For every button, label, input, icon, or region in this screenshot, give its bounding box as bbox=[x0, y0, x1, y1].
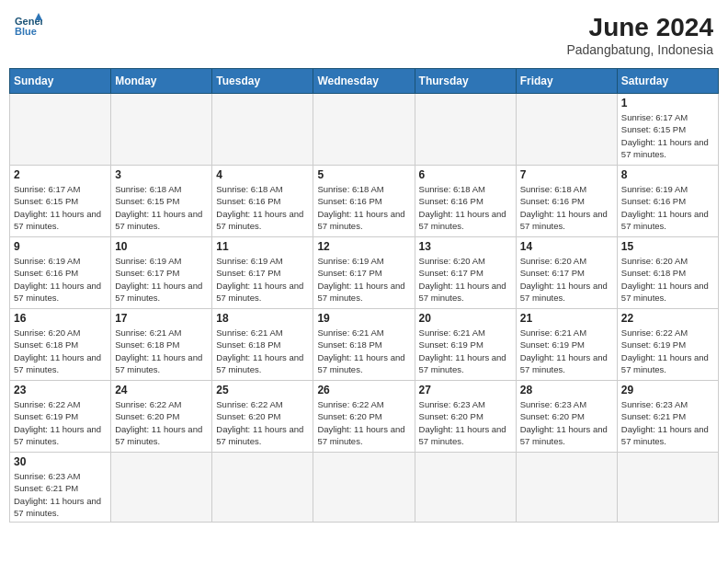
day-number: 9 bbox=[14, 240, 107, 253]
day-of-week-wednesday: Wednesday bbox=[313, 69, 415, 94]
day-info: Sunrise: 6:22 AMSunset: 6:19 PMDaylight:… bbox=[14, 398, 107, 447]
calendar-cell bbox=[111, 453, 212, 523]
day-info: Sunrise: 6:18 AMSunset: 6:16 PMDaylight:… bbox=[317, 183, 410, 232]
general-blue-logo-icon: General Blue bbox=[15, 13, 42, 39]
day-info: Sunrise: 6:21 AMSunset: 6:18 PMDaylight:… bbox=[216, 327, 309, 375]
day-info: Sunrise: 6:18 AMSunset: 6:16 PMDaylight:… bbox=[216, 183, 309, 232]
day-number: 16 bbox=[14, 312, 107, 325]
svg-text:Blue: Blue bbox=[15, 26, 37, 37]
calendar-cell: 21Sunrise: 6:21 AMSunset: 6:19 PMDayligh… bbox=[516, 309, 617, 381]
calendar-cell bbox=[111, 94, 212, 166]
calendar-week-row: 16Sunrise: 6:20 AMSunset: 6:18 PMDayligh… bbox=[10, 309, 719, 381]
calendar-cell: 16Sunrise: 6:20 AMSunset: 6:18 PMDayligh… bbox=[10, 309, 111, 381]
day-info: Sunrise: 6:18 AMSunset: 6:15 PMDaylight:… bbox=[115, 183, 208, 232]
day-info: Sunrise: 6:21 AMSunset: 6:18 PMDaylight:… bbox=[317, 327, 410, 375]
day-number: 8 bbox=[621, 168, 714, 181]
calendar-cell bbox=[415, 94, 516, 166]
calendar-week-row: 9Sunrise: 6:19 AMSunset: 6:16 PMDaylight… bbox=[10, 237, 719, 309]
day-number: 11 bbox=[216, 240, 309, 253]
calendar-cell: 9Sunrise: 6:19 AMSunset: 6:16 PMDaylight… bbox=[10, 237, 111, 309]
day-of-week-thursday: Thursday bbox=[415, 69, 516, 94]
calendar-cell bbox=[516, 94, 617, 166]
calendar-cell: 26Sunrise: 6:22 AMSunset: 6:20 PMDayligh… bbox=[313, 381, 415, 453]
day-number: 21 bbox=[520, 312, 613, 325]
calendar-cell: 18Sunrise: 6:21 AMSunset: 6:18 PMDayligh… bbox=[212, 309, 313, 381]
calendar-week-row: 30Sunrise: 6:23 AMSunset: 6:21 PMDayligh… bbox=[10, 453, 719, 523]
day-number: 12 bbox=[317, 240, 410, 253]
day-number: 27 bbox=[419, 384, 512, 396]
day-number: 14 bbox=[520, 240, 613, 253]
title-area: June 2024 Padangbatung, Indonesia bbox=[566, 13, 713, 57]
calendar-cell: 14Sunrise: 6:20 AMSunset: 6:17 PMDayligh… bbox=[516, 237, 617, 309]
day-info: Sunrise: 6:22 AMSunset: 6:20 PMDaylight:… bbox=[216, 398, 309, 447]
calendar-cell: 8Sunrise: 6:19 AMSunset: 6:16 PMDaylight… bbox=[617, 166, 718, 237]
day-number: 15 bbox=[621, 240, 714, 253]
day-of-week-friday: Friday bbox=[516, 69, 617, 94]
calendar-cell: 28Sunrise: 6:23 AMSunset: 6:20 PMDayligh… bbox=[516, 381, 617, 453]
day-info: Sunrise: 6:19 AMSunset: 6:16 PMDaylight:… bbox=[621, 183, 714, 232]
calendar-cell: 25Sunrise: 6:22 AMSunset: 6:20 PMDayligh… bbox=[212, 381, 313, 453]
calendar-cell bbox=[313, 94, 415, 166]
day-number: 4 bbox=[216, 168, 309, 181]
day-info: Sunrise: 6:21 AMSunset: 6:18 PMDaylight:… bbox=[115, 327, 208, 375]
calendar-cell bbox=[212, 453, 313, 523]
logo: General Blue bbox=[15, 13, 42, 39]
day-number: 28 bbox=[520, 384, 613, 396]
day-info: Sunrise: 6:19 AMSunset: 6:16 PMDaylight:… bbox=[14, 255, 107, 304]
day-number: 1 bbox=[621, 97, 714, 109]
calendar-cell: 11Sunrise: 6:19 AMSunset: 6:17 PMDayligh… bbox=[212, 237, 313, 309]
header: General Blue June 2024 Padangbatung, Ind… bbox=[9, 9, 719, 61]
calendar-cell bbox=[415, 453, 516, 523]
day-info: Sunrise: 6:22 AMSunset: 6:20 PMDaylight:… bbox=[317, 398, 410, 447]
calendar-cell bbox=[516, 453, 617, 523]
day-info: Sunrise: 6:18 AMSunset: 6:16 PMDaylight:… bbox=[419, 183, 512, 232]
day-number: 2 bbox=[14, 168, 107, 181]
calendar-cell: 6Sunrise: 6:18 AMSunset: 6:16 PMDaylight… bbox=[415, 166, 516, 237]
calendar-cell: 13Sunrise: 6:20 AMSunset: 6:17 PMDayligh… bbox=[415, 237, 516, 309]
day-number: 5 bbox=[317, 168, 410, 181]
calendar-cell: 19Sunrise: 6:21 AMSunset: 6:18 PMDayligh… bbox=[313, 309, 415, 381]
calendar-cell bbox=[617, 453, 718, 523]
day-number: 7 bbox=[520, 168, 613, 181]
calendar-cell bbox=[313, 453, 415, 523]
day-number: 13 bbox=[419, 240, 512, 253]
day-number: 29 bbox=[621, 384, 714, 396]
day-info: Sunrise: 6:20 AMSunset: 6:17 PMDaylight:… bbox=[419, 255, 512, 304]
day-info: Sunrise: 6:20 AMSunset: 6:18 PMDaylight:… bbox=[621, 255, 714, 304]
day-number: 22 bbox=[621, 312, 714, 325]
day-number: 30 bbox=[14, 455, 107, 468]
calendar-cell: 30Sunrise: 6:23 AMSunset: 6:21 PMDayligh… bbox=[10, 453, 111, 523]
day-number: 3 bbox=[115, 168, 208, 181]
day-info: Sunrise: 6:19 AMSunset: 6:17 PMDaylight:… bbox=[115, 255, 208, 304]
calendar-week-row: 2Sunrise: 6:17 AMSunset: 6:15 PMDaylight… bbox=[10, 166, 719, 237]
month-year-title: June 2024 bbox=[566, 13, 713, 42]
calendar-cell: 23Sunrise: 6:22 AMSunset: 6:19 PMDayligh… bbox=[10, 381, 111, 453]
day-info: Sunrise: 6:23 AMSunset: 6:21 PMDaylight:… bbox=[14, 470, 107, 519]
calendar-cell: 4Sunrise: 6:18 AMSunset: 6:16 PMDaylight… bbox=[212, 166, 313, 237]
calendar-cell: 27Sunrise: 6:23 AMSunset: 6:20 PMDayligh… bbox=[415, 381, 516, 453]
calendar-header-row: SundayMondayTuesdayWednesdayThursdayFrid… bbox=[10, 69, 719, 94]
day-info: Sunrise: 6:23 AMSunset: 6:21 PMDaylight:… bbox=[621, 398, 714, 447]
calendar-cell: 20Sunrise: 6:21 AMSunset: 6:19 PMDayligh… bbox=[415, 309, 516, 381]
day-info: Sunrise: 6:17 AMSunset: 6:15 PMDaylight:… bbox=[14, 183, 107, 232]
day-info: Sunrise: 6:22 AMSunset: 6:20 PMDaylight:… bbox=[115, 398, 208, 447]
day-of-week-tuesday: Tuesday bbox=[212, 69, 313, 94]
day-info: Sunrise: 6:21 AMSunset: 6:19 PMDaylight:… bbox=[419, 327, 512, 375]
calendar-cell: 2Sunrise: 6:17 AMSunset: 6:15 PMDaylight… bbox=[10, 166, 111, 237]
calendar-cell: 12Sunrise: 6:19 AMSunset: 6:17 PMDayligh… bbox=[313, 237, 415, 309]
day-info: Sunrise: 6:17 AMSunset: 6:15 PMDaylight:… bbox=[621, 111, 714, 160]
calendar-cell: 3Sunrise: 6:18 AMSunset: 6:15 PMDaylight… bbox=[111, 166, 212, 237]
calendar-table: SundayMondayTuesdayWednesdayThursdayFrid… bbox=[9, 68, 719, 523]
day-number: 17 bbox=[115, 312, 208, 325]
calendar-cell bbox=[10, 94, 111, 166]
day-number: 24 bbox=[115, 384, 208, 396]
day-number: 10 bbox=[115, 240, 208, 253]
location-subtitle: Padangbatung, Indonesia bbox=[566, 42, 713, 57]
day-info: Sunrise: 6:19 AMSunset: 6:17 PMDaylight:… bbox=[317, 255, 410, 304]
calendar-cell: 17Sunrise: 6:21 AMSunset: 6:18 PMDayligh… bbox=[111, 309, 212, 381]
day-of-week-sunday: Sunday bbox=[10, 69, 111, 94]
calendar-week-row: 23Sunrise: 6:22 AMSunset: 6:19 PMDayligh… bbox=[10, 381, 719, 453]
day-info: Sunrise: 6:23 AMSunset: 6:20 PMDaylight:… bbox=[419, 398, 512, 447]
calendar-cell: 7Sunrise: 6:18 AMSunset: 6:16 PMDaylight… bbox=[516, 166, 617, 237]
day-number: 6 bbox=[419, 168, 512, 181]
